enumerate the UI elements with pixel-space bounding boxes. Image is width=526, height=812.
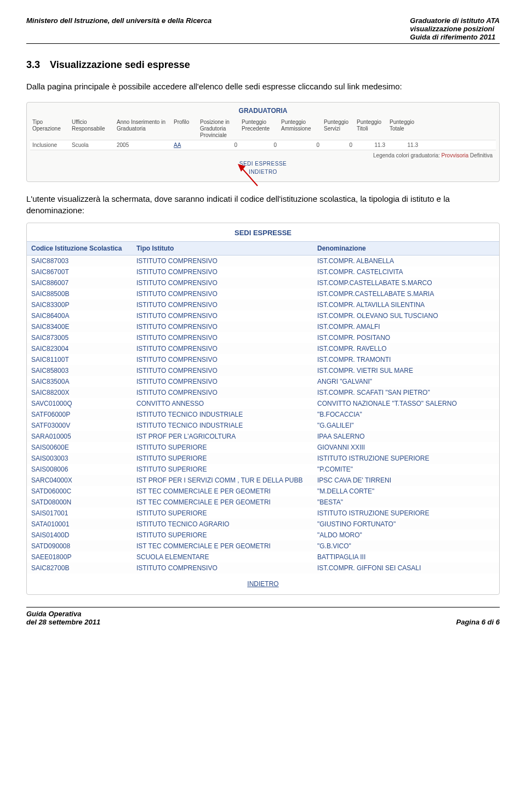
sedi-cell-denominazione: IST.COMPR. RAVELLO [313, 343, 499, 354]
sedi-cell-denominazione: "GIUSTINO FORTUNATO" [313, 519, 499, 530]
sedi-cell-tipo: ISTITUTO COMPRENSIVO [132, 332, 313, 343]
sedi-row: SATA010001ISTITUTO TECNICO AGRARIO"GIUST… [27, 519, 499, 530]
sedi-row: SAVC01000QCONVITTO ANNESSOCONVITTO NAZIO… [27, 398, 499, 409]
sedi-cell-denominazione: BATTIPAGLIA III [313, 552, 499, 563]
sedi-cell-tipo: ISTITUTO COMPRENSIVO [132, 354, 313, 365]
sedi-cell-denominazione: "P.COMITE" [313, 464, 499, 475]
header-right-line2: visualizzazione posizioni [410, 25, 500, 33]
cell-totale: 11.3 [387, 140, 420, 150]
sedi-body: SAIC887003ISTITUTO COMPRENSIVOIST.COMPR.… [27, 255, 499, 573]
sedi-cell-tipo: ISTITUTO COMPRENSIVO [132, 255, 313, 266]
sedi-cell-codice: SAIC823004 [27, 343, 132, 354]
sedi-cell-tipo: ISTITUTO COMPRENSIVO [132, 376, 313, 387]
sedi-cell-codice: SAIS003003 [27, 453, 132, 464]
sedi-col-tipo: Tipo Istituto [132, 242, 313, 255]
section-title: 3.3Visualizzazione sedi espresse [26, 59, 500, 71]
sedi-cell-codice: SAIS008006 [27, 464, 132, 475]
footer-left-line2: del 28 settembre 2011 [26, 618, 100, 626]
header-right-line3: Guida di riferimento 2011 [410, 33, 500, 41]
cell-servizi: 0 [322, 140, 355, 150]
sedi-cell-denominazione: ANGRI "GALVANI" [313, 376, 499, 387]
sedi-cell-tipo: ISTITUTO SUPERIORE [132, 530, 313, 541]
sedi-cell-codice: SAIC886007 [27, 277, 132, 288]
footer-rule [26, 607, 500, 607]
link-indietro[interactable]: INDIETRO [30, 168, 496, 176]
sedi-cell-denominazione: IST.COMPR. SCAFATI "SAN PIETRO" [313, 387, 499, 398]
sedi-cell-denominazione: IST.COMPR. GIFFONI SEI CASALI [313, 563, 499, 573]
sedi-row: SAIC886007ISTITUTO COMPRENSIVOIST.COMP.C… [27, 277, 499, 288]
sedi-cell-denominazione: ISTITUTO ISTRUZIONE SUPERIORE [313, 453, 499, 464]
sedi-col-codice: Codice Istituzione Scolastica [27, 242, 132, 255]
col-titoli: Punteggio Titoli [355, 118, 387, 140]
cell-anno: 2005 [115, 140, 171, 150]
col-posizione: Posizione in Gradutoria Provinciale [198, 118, 239, 140]
legend-provvisoria: Provvisoria [442, 152, 468, 158]
sedi-cell-tipo: ISTITUTO COMPRENSIVO [132, 277, 313, 288]
sedi-cell-tipo: ISTITUTO TECNICO AGRARIO [132, 519, 313, 530]
sedi-row: SARC04000XIST PROF PER I SERVIZI COMM , … [27, 475, 499, 486]
sedi-cell-codice: SAIC83300P [27, 299, 132, 310]
sedi-header-row: Codice Istituzione Scolastica Tipo Istit… [27, 241, 499, 255]
sedi-cell-denominazione: CONVITTO NAZIONALE "T.TASSO" SALERNO [313, 398, 499, 409]
cell-tipo: Inclusione [30, 140, 70, 150]
section-number: 3.3 [26, 59, 40, 70]
sedi-cell-denominazione: IST.COMPR. AMALFI [313, 321, 499, 332]
sedi-cell-denominazione: "B.FOCACCIA" [313, 409, 499, 420]
sedi-cell-tipo: CONVITTO ANNESSO [132, 398, 313, 409]
sedi-cell-codice: SAIC88500B [27, 288, 132, 299]
sedi-row: SAIC86400AISTITUTO COMPRENSIVOIST.COMPR.… [27, 310, 499, 321]
sedi-cell-tipo: IST PROF PER L'AGRICOLTURA [132, 431, 313, 442]
sedi-row: SAEE01800PSCUOLA ELEMENTAREBATTIPAGLIA I… [27, 552, 499, 563]
header-rule [26, 43, 500, 44]
sedi-cell-codice: SATA010001 [27, 519, 132, 530]
annotation-arrow-icon [238, 164, 260, 188]
header-left: Ministero dell Istruzione, dell universi… [26, 16, 211, 25]
sedi-cell-codice: SAIC83400E [27, 321, 132, 332]
sedi-row: SAIC88200XISTITUTO COMPRENSIVOIST.COMPR.… [27, 387, 499, 398]
sedi-cell-codice: SATD08000N [27, 497, 132, 508]
legend-label: Legenda colori graduatoria: [373, 152, 440, 158]
sedi-row: SAIC873005ISTITUTO COMPRENSIVOIST.COMPR.… [27, 332, 499, 343]
sedi-row: SATF03000VISTITUTO TECNICO INDUSTRIALE"G… [27, 420, 499, 431]
sedi-cell-denominazione: IST.COMPR. TRAMONTI [313, 354, 499, 365]
sedi-row: SAIC88500BISTITUTO COMPRENSIVOIST.COMPR.… [27, 288, 499, 299]
sedi-cell-codice: SATF03000V [27, 420, 132, 431]
header-right: Graduatorie di istituto ATA visualizzazi… [410, 16, 500, 41]
sedi-cell-denominazione: IST.COMPR. VIETRI SUL MARE [313, 365, 499, 376]
sedi-cell-denominazione: IST.COMPR. ALTAVILLA SILENTINA [313, 299, 499, 310]
sedi-cell-tipo: ISTITUTO COMPRENSIVO [132, 310, 313, 321]
sedi-cell-denominazione: IPSC CAVA DE' TIRRENI [313, 475, 499, 486]
col-servizi: Punteggio Servizi [322, 118, 355, 140]
sedi-cell-codice: SATD06000C [27, 486, 132, 497]
sedi-cell-tipo: IST TEC COMMERCIALE E PER GEOMETRI [132, 486, 313, 497]
sedi-cell-denominazione: "M.DELLA CORTE" [313, 486, 499, 497]
link-sedi-espresse[interactable]: SEDI ESPRESSE [30, 160, 496, 168]
sedi-row: SARA010005IST PROF PER L'AGRICOLTURAIPAA… [27, 431, 499, 442]
footer-left: Guida Operativa del 28 settembre 2011 [26, 610, 100, 626]
sedi-indietro-link[interactable]: INDIETRO [27, 573, 499, 594]
sedi-cell-denominazione: IST.COMPR. POSITANO [313, 332, 499, 343]
sedi-row: SAIC83400EISTITUTO COMPRENSIVOIST.COMPR.… [27, 321, 499, 332]
col-ammissione: Punteggio Ammissione [279, 118, 322, 140]
graduatoria-data-row: Inclusione Scuola 2005 AA 0 0 0 0 11.3 1… [30, 140, 496, 150]
sedi-cell-tipo: SCUOLA ELEMENTARE [132, 552, 313, 563]
sedi-cell-tipo: IST TEC COMMERCIALE E PER GEOMETRI [132, 497, 313, 508]
sedi-cell-denominazione: IST.COMPR. CASTELCIVITA [313, 266, 499, 277]
cell-posizione: 0 [198, 140, 239, 150]
sedi-cell-tipo: ISTITUTO COMPRENSIVO [132, 299, 313, 310]
sedi-cell-denominazione: ISTITUTO ISTRUZIONE SUPERIORE [313, 508, 499, 519]
graduatoria-panel: GRADUATORIA Tipo Operazione Ufficio Resp… [26, 102, 500, 182]
sedi-cell-denominazione: GIOVANNI XXIII [313, 442, 499, 453]
sedi-row: SAIS01400DISTITUTO SUPERIORE"ALDO MORO" [27, 530, 499, 541]
sedi-cell-denominazione: IST.COMPR. ALBANELLA [313, 255, 499, 266]
sedi-cell-codice: SAIC86400A [27, 310, 132, 321]
sedi-cell-codice: SARC04000X [27, 475, 132, 486]
sedi-row: SAIC86700TISTITUTO COMPRENSIVOIST.COMPR.… [27, 266, 499, 277]
sedi-cell-codice: SATD090008 [27, 541, 132, 552]
sedi-cell-codice: SAIC873005 [27, 332, 132, 343]
cell-precedente: 0 [239, 140, 279, 150]
cell-ufficio: Scuola [70, 140, 115, 150]
sedi-cell-tipo: ISTITUTO COMPRENSIVO [132, 266, 313, 277]
sedi-row: SAIC887003ISTITUTO COMPRENSIVOIST.COMPR.… [27, 255, 499, 266]
sedi-cell-tipo: IST TEC COMMERCIALE E PER GEOMETRI [132, 541, 313, 552]
